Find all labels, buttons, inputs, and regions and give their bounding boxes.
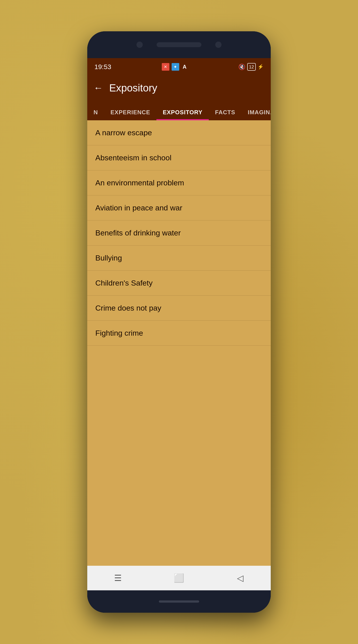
camera-right [215, 42, 221, 48]
list-item[interactable]: Absenteeism in school [87, 145, 271, 170]
speaker [157, 42, 201, 47]
tab-facts[interactable]: FACTS [209, 104, 241, 120]
app-bar: ← Expository [87, 76, 271, 100]
battery-level: 12 [249, 64, 254, 70]
page-title: Expository [109, 82, 157, 94]
mute-icon: 🔇 [238, 64, 245, 70]
status-bar: 19:53 ✕ ✦ A 🔇 12 ⚡ [87, 58, 271, 76]
status-time: 19:53 [94, 63, 111, 71]
charging-icon: ⚡ [257, 64, 264, 70]
notification-icon: ✕ [162, 63, 169, 71]
phone-bottom [87, 590, 271, 613]
home-indicator [159, 600, 199, 603]
tab-expository[interactable]: EXPOSITORY [156, 104, 209, 120]
tab-experience[interactable]: EXPERIENCE [104, 104, 157, 120]
battery-indicator: 12 [247, 63, 256, 71]
list-item[interactable]: Crime does not pay [87, 296, 271, 321]
bluetooth-icon: ✦ [172, 63, 179, 71]
screen: 19:53 ✕ ✦ A 🔇 12 ⚡ ← Expository N [87, 58, 271, 590]
list-item[interactable]: Bullying [87, 246, 271, 270]
phone-frame: 19:53 ✕ ✦ A 🔇 12 ⚡ ← Expository N [87, 31, 271, 613]
list-item[interactable]: Aviation in peace and war [87, 196, 271, 220]
list-item[interactable]: An environmental problem [87, 170, 271, 196]
essay-list[interactable]: A narrow escape Absenteeism in school An… [87, 120, 271, 566]
list-item[interactable]: Fighting crime [87, 321, 271, 346]
tab-n[interactable]: N [87, 104, 104, 120]
nav-menu-button[interactable]: ☰ [109, 569, 127, 587]
status-right: 🔇 12 ⚡ [238, 63, 264, 71]
camera-left [137, 42, 143, 48]
list-item[interactable]: A narrow escape [87, 120, 271, 145]
list-item[interactable]: Benefits of drinking water [87, 220, 271, 246]
nav-back-button[interactable]: ◁ [231, 569, 249, 587]
bottom-nav: ☰ ⬜ ◁ [87, 566, 271, 590]
list-item[interactable]: Children's Safety [87, 270, 271, 296]
back-button[interactable]: ← [94, 83, 103, 92]
tab-imagination[interactable]: IMAGIN... [241, 104, 271, 120]
nav-home-button[interactable]: ⬜ [170, 569, 188, 587]
translate-icon: A [181, 63, 188, 71]
phone-top-bar [87, 31, 271, 58]
tabs-bar: N EXPERIENCE EXPOSITORY FACTS IMAGIN... [87, 100, 271, 120]
status-icons-left: ✕ ✦ A [162, 63, 188, 71]
